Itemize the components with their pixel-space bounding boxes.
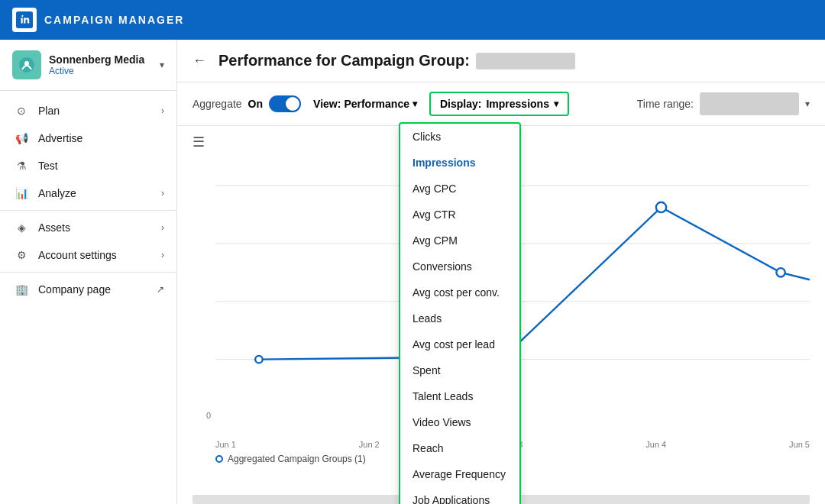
content-area: ← Performance for Campaign Group: Aggreg… bbox=[177, 40, 825, 504]
dropdown-item-talent-leads[interactable]: Talent Leads bbox=[400, 383, 519, 409]
top-bar: CAMPAIGN MANAGER bbox=[0, 0, 825, 40]
sidebar-item-label: Account settings bbox=[38, 249, 161, 261]
sidebar-item-label: Advertise bbox=[38, 132, 164, 144]
account-settings-chevron-icon: › bbox=[161, 250, 164, 260]
sidebar-item-account-settings[interactable]: ⚙ Account settings › bbox=[0, 241, 176, 269]
dropdown-item-reach[interactable]: Reach bbox=[400, 435, 519, 461]
page-title: Performance for Campaign Group: bbox=[218, 52, 470, 69]
dropdown-item-leads[interactable]: Leads bbox=[400, 305, 519, 331]
sidebar-item-plan[interactable]: ⊙ Plan › bbox=[0, 97, 176, 124]
sidebar-item-label: Assets bbox=[38, 221, 161, 234]
dropdown-item-job-applications[interactable]: Job Applications bbox=[400, 487, 519, 504]
avatar bbox=[12, 50, 41, 79]
display-button[interactable]: Display: Impressions ▾ bbox=[429, 92, 569, 116]
aggregate-label: Aggregate bbox=[192, 98, 242, 110]
x-label-jun2: Jun 2 bbox=[359, 440, 380, 449]
sidebar-item-label: Company page bbox=[38, 283, 157, 296]
sidebar-item-label: Analyze bbox=[38, 187, 161, 199]
display-label: Display: bbox=[440, 98, 481, 110]
account-status: Active bbox=[49, 66, 157, 76]
dropdown-item-avg-ctr[interactable]: Avg CTR bbox=[400, 202, 519, 228]
view-select[interactable]: View: Performance ▾ bbox=[313, 98, 417, 110]
view-chevron-icon: ▾ bbox=[412, 99, 417, 109]
dropdown-item-avg-cost-per-lead[interactable]: Avg cost per lead bbox=[400, 331, 519, 357]
nav-divider bbox=[0, 210, 176, 211]
sidebar: Sonnenberg Media Active ▾ ⊙ Plan › 📢 Adv… bbox=[0, 40, 177, 504]
sidebar-item-label: Test bbox=[38, 160, 164, 172]
assets-icon: ◈ bbox=[12, 221, 31, 234]
nav-divider-2 bbox=[0, 272, 176, 273]
aggregate-toggle[interactable] bbox=[269, 95, 301, 112]
building-icon: 🏢 bbox=[12, 283, 31, 296]
assets-chevron-icon: › bbox=[161, 222, 164, 233]
dropdown-item-impressions[interactable]: Impressions bbox=[400, 150, 519, 176]
aggregate-section: Aggregate On bbox=[192, 95, 301, 112]
sidebar-item-company-page[interactable]: 🏢 Company page ↗ bbox=[0, 276, 176, 303]
account-name: Sonnenberg Media bbox=[49, 53, 157, 66]
analyze-chevron-icon: › bbox=[161, 188, 164, 199]
plan-icon: ⊙ bbox=[12, 105, 31, 117]
time-range-section: Time range: ▾ bbox=[637, 92, 810, 115]
flask-icon: ⚗ bbox=[12, 160, 31, 172]
display-value: Impressions bbox=[486, 98, 548, 110]
aggregate-on-label: On bbox=[248, 98, 263, 110]
time-range-label: Time range: bbox=[637, 98, 694, 110]
display-dropdown: ClicksImpressionsAvg CPCAvg CTRAvg CPMCo… bbox=[399, 122, 521, 504]
dropdown-item-conversions[interactable]: Conversions bbox=[400, 254, 519, 279]
campaign-name-placeholder bbox=[476, 53, 575, 69]
sidebar-item-advertise[interactable]: 📢 Advertise bbox=[0, 124, 176, 152]
account-chevron-down-icon: ▾ bbox=[160, 60, 164, 70]
sidebar-item-assets[interactable]: ◈ Assets › bbox=[0, 214, 176, 241]
legend-dot-icon bbox=[215, 455, 223, 463]
external-link-icon: ↗ bbox=[157, 284, 164, 295]
dropdown-item-avg-cpc[interactable]: Avg CPC bbox=[400, 176, 519, 202]
megaphone-icon: 📢 bbox=[12, 132, 31, 144]
svg-point-10 bbox=[776, 268, 785, 276]
back-button[interactable]: ← bbox=[192, 53, 206, 69]
sidebar-item-test[interactable]: ⚗ Test bbox=[0, 152, 176, 179]
account-info: Sonnenberg Media Active bbox=[49, 53, 157, 76]
view-value: Performance bbox=[344, 98, 409, 110]
app-title: CAMPAIGN MANAGER bbox=[44, 14, 184, 26]
svg-point-2 bbox=[24, 61, 29, 66]
dropdown-item-video-views[interactable]: Video Views bbox=[400, 409, 519, 435]
svg-point-9 bbox=[656, 202, 666, 212]
account-section[interactable]: Sonnenberg Media Active ▾ bbox=[0, 40, 176, 91]
bar-chart-icon: 📊 bbox=[12, 187, 31, 199]
sidebar-item-analyze[interactable]: 📊 Analyze › bbox=[0, 179, 176, 207]
gear-icon: ⚙ bbox=[12, 249, 31, 261]
time-range-input[interactable] bbox=[700, 92, 799, 115]
x-label-jun5: Jun 5 bbox=[789, 440, 810, 449]
sidebar-item-label: Plan bbox=[38, 105, 161, 117]
svg-point-7 bbox=[255, 356, 262, 363]
y-zero-label: 0 bbox=[206, 411, 211, 420]
toolbar: Aggregate On View: Performance ▾ Display… bbox=[177, 82, 825, 126]
time-range-chevron-icon: ▾ bbox=[805, 99, 810, 109]
x-label-jun4: Jun 4 bbox=[645, 440, 666, 449]
linkedin-logo bbox=[12, 8, 37, 32]
dropdown-item-avg-cpm[interactable]: Avg CPM bbox=[400, 228, 519, 254]
x-label-jun1: Jun 1 bbox=[215, 440, 236, 449]
page-header: ← Performance for Campaign Group: bbox=[177, 40, 825, 82]
view-label: View: bbox=[313, 98, 341, 110]
plan-chevron-icon: › bbox=[161, 105, 164, 116]
dropdown-item-average-frequency[interactable]: Average Frequency bbox=[400, 461, 519, 487]
toggle-knob bbox=[286, 97, 299, 111]
chart-legend: Aggregated Campaign Groups (1) bbox=[215, 454, 366, 464]
display-chevron-icon: ▾ bbox=[554, 99, 558, 109]
dropdown-item-clicks[interactable]: Clicks bbox=[400, 124, 519, 150]
nav-items: ⊙ Plan › 📢 Advertise ⚗ Test 📊 Analyze › … bbox=[0, 91, 176, 309]
dropdown-item-spent[interactable]: Spent bbox=[400, 357, 519, 383]
dropdown-item-avg-cost-per-conv[interactable]: Avg cost per conv. bbox=[400, 279, 519, 305]
legend-label: Aggregated Campaign Groups (1) bbox=[228, 454, 366, 464]
